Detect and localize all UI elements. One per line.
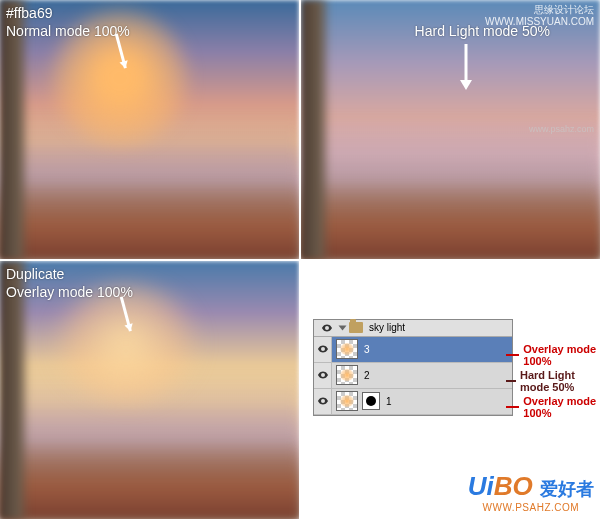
folder-icon [349,322,363,333]
panel-overlay-duplicate: Duplicate Overlay mode 100% [0,261,299,520]
logo-text: UiBO [468,471,540,501]
layers-panel: sky light 3 2 [313,319,513,416]
logo-cn-text: 爱好者 [540,479,594,499]
annotation-overlay-2: Overlay mode 100% [506,395,600,419]
layer-name: 2 [362,370,512,381]
layer-thumbnail [336,339,358,359]
arrow-icon [456,42,476,99]
svg-marker-3 [460,80,472,90]
visibility-eye-icon[interactable] [314,363,332,388]
logo-url-text: WWW.PSAHZ.COM [468,502,594,513]
color-hex-text: #ffba69 [6,4,130,22]
visibility-eye-icon[interactable] [314,389,332,414]
layer-name: 3 [362,344,512,355]
panel-hard-light-mode: 思缘设计论坛 WWW.MISSYUAN.COM Hard Light mode … [301,0,600,259]
panel-layers-info: sky light 3 2 [301,261,600,520]
site-logo: UiBO 爱好者 WWW.PSAHZ.COM [468,471,594,513]
annotation-text: Hard Light mode 50% [520,369,600,393]
annotation-text: Overlay mode 100% [523,395,600,419]
annotation-overlay-1: Overlay mode 100% [506,343,600,367]
layer-mask-thumbnail [362,392,380,410]
duplicate-text: Duplicate [6,265,133,283]
layer-row-1[interactable]: 1 [314,389,512,415]
layer-thumbnail [336,391,358,411]
group-name: sky light [367,322,508,333]
panel2-label: Hard Light mode 50% [415,22,550,40]
visibility-eye-icon[interactable] [314,337,332,362]
annotation-text: Overlay mode 100% [523,343,600,367]
visibility-eye-icon[interactable] [318,322,336,334]
chevron-down-icon[interactable] [339,325,347,330]
layer-row-2[interactable]: 2 [314,363,512,389]
mode-text: Hard Light mode 50% [415,22,550,40]
annotation-hardlight: Hard Light mode 50% [506,369,600,393]
layer-name: 1 [384,396,512,407]
panel-normal-mode: #ffba69 Normal mode 100% [0,0,299,259]
watermark-mid: www.psahz.com [529,124,594,134]
layer-row-3[interactable]: 3 [314,337,512,363]
watermark-cn: 思缘设计论坛 [485,4,594,16]
layer-group-header[interactable]: sky light [314,320,512,337]
panel3-label: Duplicate Overlay mode 100% [6,265,133,301]
layer-thumbnail [336,365,358,385]
